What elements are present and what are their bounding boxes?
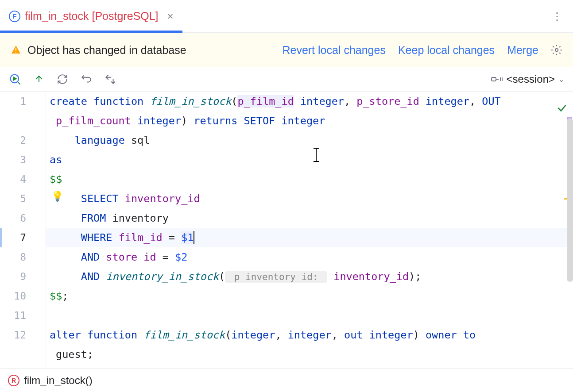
keep-link[interactable]: Keep local changes <box>398 44 495 57</box>
close-icon[interactable]: × <box>167 10 174 23</box>
code-line: p_film_count integer) returns SETOF inte… <box>46 111 573 131</box>
migrate-icon[interactable] <box>105 73 116 85</box>
code-line: language sql <box>46 131 573 150</box>
merge-link[interactable]: Merge <box>507 44 538 57</box>
code-area[interactable]: create function film_in_stock(p_film_id … <box>46 92 573 368</box>
editor-toolbar: <session> ⌄ <box>0 67 573 92</box>
undo-icon[interactable] <box>81 73 92 85</box>
notification-bar: Object has changed in database Revert lo… <box>0 33 573 67</box>
breadcrumb-text: film_in_stock() <box>24 374 93 387</box>
upload-icon[interactable] <box>34 74 44 85</box>
text-caret <box>194 231 194 244</box>
inlay-hint: p_inventory_id: <box>225 271 327 283</box>
code-line <box>46 306 573 325</box>
line-number: 12 <box>0 325 46 364</box>
code-line: create function film_in_stock(p_film_id … <box>46 92 573 111</box>
code-line: alter function film_in_stock(integer, in… <box>46 325 573 345</box>
editor-tab[interactable]: F film_in_stock [PostgreSQL] × <box>0 0 182 32</box>
tab-bar: F film_in_stock [PostgreSQL] × ⋮ <box>0 0 573 33</box>
svg-rect-0 <box>15 48 16 51</box>
svg-rect-4 <box>492 77 496 81</box>
refresh-icon[interactable] <box>57 73 68 85</box>
line-number: 7 <box>0 228 46 247</box>
code-line: SELECT inventory_id <box>46 189 573 208</box>
line-number: 3 <box>0 150 46 169</box>
session-label: <session> <box>507 73 555 85</box>
code-line: AND inventory_in_stock( p_inventory_id: … <box>46 267 573 286</box>
line-number: 1 <box>0 92 46 131</box>
line-number: 5 <box>0 189 46 208</box>
gear-icon[interactable] <box>551 44 562 56</box>
code-line: $$; <box>46 286 573 306</box>
breadcrumb[interactable]: R film_in_stock() <box>0 368 573 392</box>
line-number: 8 <box>0 247 46 267</box>
gutter: 1 2 3 4 5 6 7 8 9 10 11 12 <box>0 92 46 368</box>
line-number: 10 <box>0 286 46 306</box>
code-line: $$ <box>46 169 573 189</box>
editor[interactable]: 1 2 3 4 5 6 7 8 9 10 11 12 💡 create func… <box>0 92 573 368</box>
intention-bulb-icon[interactable]: 💡 <box>51 191 63 202</box>
line-number: 2 <box>0 131 46 150</box>
code-line: as <box>46 150 573 169</box>
line-number: 4 <box>0 169 46 189</box>
plug-icon <box>491 75 503 84</box>
more-icon[interactable]: ⋮ <box>541 0 573 32</box>
code-line: AND store_id = $2 <box>46 247 573 267</box>
run-icon[interactable] <box>9 73 21 85</box>
session-selector[interactable]: <session> ⌄ <box>491 73 564 85</box>
line-number: 11 <box>0 306 46 325</box>
code-line: guest; <box>46 345 573 364</box>
code-line: WHERE film_id = $1 <box>46 228 573 247</box>
routine-icon: R <box>8 375 19 386</box>
line-number: 9 <box>0 267 46 286</box>
chevron-down-icon: ⌄ <box>558 75 564 84</box>
code-line: FROM inventory <box>46 208 573 228</box>
svg-rect-1 <box>15 52 16 53</box>
svg-point-2 <box>555 49 558 52</box>
notification-message: Object has changed in database <box>27 44 186 57</box>
scrollbar[interactable] <box>567 118 573 282</box>
tab-title: film_in_stock [PostgreSQL] <box>25 10 159 23</box>
line-number: 6 <box>0 208 46 228</box>
function-icon: F <box>9 11 20 22</box>
warning-icon <box>11 45 21 55</box>
revert-link[interactable]: Revert local changes <box>282 44 385 57</box>
